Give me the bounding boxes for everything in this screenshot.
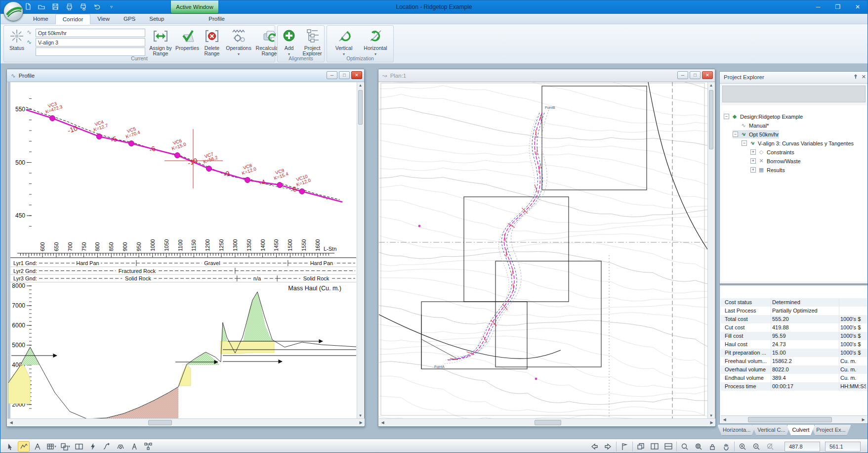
- cost-row-pit-preparation[interactable]: Pit preparation ...15.001000's $: [721, 349, 867, 357]
- plan-vscrollbar[interactable]: ▲ ▼: [707, 82, 714, 419]
- plan-map[interactable]: PointBPointA: [379, 82, 707, 419]
- tree-item-results[interactable]: +▦Results: [750, 166, 785, 174]
- panel-splitter[interactable]: [720, 283, 868, 285]
- app-logo-icon[interactable]: [3, 1, 23, 21]
- drafting-tool-button[interactable]: [128, 441, 140, 452]
- ribbon-tab-home[interactable]: Home: [26, 14, 55, 24]
- minimize-button[interactable]: ─: [808, 0, 828, 14]
- zoom-out-button[interactable]: [750, 441, 762, 452]
- tree-expander-expand[interactable]: +: [750, 158, 756, 164]
- survey-instrument-button[interactable]: [32, 441, 43, 452]
- properties-button[interactable]: Properties: [175, 27, 200, 51]
- cost-row-process-time[interactable]: Process time00:00:17HH:MM:SS: [721, 382, 867, 391]
- tree-expander-expand[interactable]: +: [750, 149, 756, 155]
- tile-windows-button[interactable]: ▾: [59, 441, 71, 452]
- v-align-field[interactable]: [36, 38, 145, 46]
- cost-row-endhaul-volume[interactable]: Endhaul volume389.4Cu. m.: [721, 374, 867, 382]
- tree-item-constraints[interactable]: +◇Constraints: [750, 148, 794, 156]
- plan-window-titlebar[interactable]: ↝ Plan:1: [378, 69, 715, 82]
- split-vertical-button[interactable]: [649, 441, 661, 452]
- optimize-horizontal-button[interactable]: Horizontal ▾: [360, 27, 391, 57]
- pan-button[interactable]: [720, 441, 732, 452]
- cascade-windows-button[interactable]: [635, 441, 647, 452]
- delete-range-button[interactable]: Delete Range: [201, 27, 223, 56]
- active-window-tab[interactable]: Active Window: [171, 0, 218, 13]
- quick-run-button[interactable]: [87, 441, 99, 452]
- panel-close-icon[interactable]: ✕: [862, 74, 866, 80]
- tree-expander-expand[interactable]: +: [750, 167, 756, 173]
- zoom-window-button[interactable]: [679, 441, 691, 452]
- forward-button[interactable]: [602, 441, 614, 452]
- ribbon-tab-setup[interactable]: Setup: [142, 14, 171, 24]
- tree-expander-collapse[interactable]: −: [724, 114, 729, 119]
- maximize-button[interactable]: ❐: [828, 0, 848, 14]
- curve-tool-button[interactable]: [101, 441, 113, 452]
- template-field[interactable]: [36, 47, 145, 56]
- h-align-field[interactable]: [36, 29, 145, 37]
- grid-gray-icon: ▦: [758, 167, 765, 173]
- cost-row-haul-cost[interactable]: Haul cost24.731000's $: [721, 340, 867, 349]
- cell: 24.73: [772, 340, 837, 349]
- profile-close-button[interactable]: ✕: [351, 71, 362, 79]
- ribbon-tab-corridor[interactable]: Corridor: [55, 14, 91, 24]
- cost-row-fill-cost[interactable]: Fill cost95.591000's $: [721, 332, 867, 340]
- profile-window-titlebar[interactable]: ∿ Profile: [7, 69, 364, 82]
- panel-filter-box[interactable]: [722, 86, 866, 102]
- profile-maximize-button[interactable]: □: [339, 71, 350, 79]
- profile-hscrollbar[interactable]: ◀ ▶: [7, 418, 365, 426]
- add-button[interactable]: Add ▾: [279, 27, 299, 57]
- assign-by-range-button[interactable]: Assign by Range: [147, 27, 174, 56]
- profile-chart[interactable]: 450500550VC3K=472.3VC4K=12.7VC5K=70.4VC6…: [7, 82, 356, 419]
- optimize-vertical-button[interactable]: Vertical ▾: [330, 27, 358, 57]
- project-explorer-button[interactable]: Project Explorer: [300, 27, 324, 56]
- tree-expander-collapse[interactable]: −: [733, 132, 738, 137]
- flag-button[interactable]: [619, 441, 630, 452]
- close-button[interactable]: ✕: [848, 0, 868, 14]
- culvert-tool-button[interactable]: [115, 441, 126, 452]
- pin-icon[interactable]: [853, 74, 859, 80]
- svg-text:1450: 1450: [273, 239, 279, 251]
- zoom-lock-button[interactable]: [706, 441, 718, 452]
- status-button[interactable]: Status: [6, 27, 28, 51]
- plan-close-button[interactable]: ✕: [702, 71, 713, 79]
- bottom-tab-culvert[interactable]: Culvert: [787, 425, 815, 436]
- tree-expander-collapse[interactable]: −: [742, 140, 747, 146]
- bottom-tab-verticalc[interactable]: Vertical C...: [752, 425, 790, 436]
- tree-item-design-ridgetop-example[interactable]: −◆Design:Ridgetop Example: [724, 112, 803, 121]
- plan-hscrollbar[interactable]: ◀ ▶: [379, 418, 715, 426]
- tree-item-borrow-waste[interactable]: +✕Borrow/Waste: [750, 157, 801, 165]
- cost-row-freehaul-volum[interactable]: Freehaul volum...15862.2Cu. m.: [721, 357, 867, 365]
- data-table-button[interactable]: ▾: [45, 441, 57, 452]
- panel-hscrollbar[interactable]: ◀ ▶: [721, 415, 867, 423]
- cost-row-last-process[interactable]: Last ProcessPartially Optimized: [721, 307, 867, 315]
- bottom-tab-projectex[interactable]: Project Ex...: [811, 425, 851, 436]
- tree-item-opt-50km-hr[interactable]: −∿✔Opt 50km/hr: [733, 130, 779, 138]
- plan-window-title: Plan:1: [390, 73, 407, 79]
- cost-row-overhaul-volume[interactable]: Overhaul volume8022.0Cu. m.: [721, 365, 867, 374]
- profile-vscrollbar[interactable]: ▲ ▼: [357, 82, 364, 419]
- profile-view-button[interactable]: [18, 441, 30, 452]
- zoom-in-button[interactable]: [737, 441, 748, 452]
- bottom-tab-horizonta[interactable]: Horizonta...: [717, 425, 756, 436]
- ribbon-tab-view[interactable]: View: [90, 14, 117, 24]
- split-horizontal-button[interactable]: [662, 441, 674, 452]
- vc-label-vc9: VC9K=15.4: [272, 167, 289, 181]
- tree-item-manual-[interactable]: ∿Manual*: [733, 121, 769, 130]
- back-button[interactable]: [588, 441, 600, 452]
- zoom-previous-button[interactable]: [764, 441, 776, 452]
- vc-label-vc4: VC4K=12.7: [91, 118, 108, 133]
- plan-minimize-button[interactable]: ─: [677, 71, 688, 79]
- tree-item-v-align-3-curvas-variables-y-t[interactable]: −∿✔V-align 3: Curvas Variables y Tangent…: [742, 139, 854, 147]
- cost-row-total-cost[interactable]: Total cost555.201000's $: [721, 315, 867, 323]
- profile-minimize-button[interactable]: ─: [327, 71, 337, 79]
- ribbon-tab-gps[interactable]: GPS: [117, 14, 142, 24]
- network-tool-button[interactable]: [142, 441, 154, 452]
- plan-maximize-button[interactable]: □: [690, 71, 701, 79]
- cost-row-cost-status[interactable]: Cost statusDetermined: [721, 298, 867, 307]
- cost-row-cut-cost[interactable]: Cut cost419.881000's $: [721, 323, 867, 332]
- select-tool-button[interactable]: [4, 441, 16, 452]
- zoom-selection-button[interactable]: [693, 441, 704, 452]
- ribbon-tab-profile[interactable]: Profile: [202, 14, 232, 24]
- operations-button[interactable]: Operations ▾: [224, 27, 253, 57]
- split-window-button[interactable]: [73, 441, 85, 452]
